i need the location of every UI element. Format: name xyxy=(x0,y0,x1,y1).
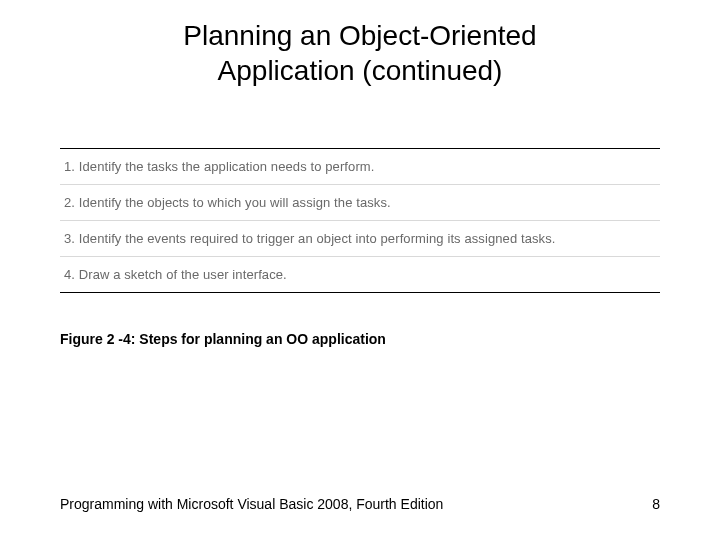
page-number: 8 xyxy=(652,496,660,512)
list-item: 1. Identify the tasks the application ne… xyxy=(60,149,660,185)
slide-title: Planning an Object-Oriented Application … xyxy=(0,0,720,88)
slide-footer: Programming with Microsoft Visual Basic … xyxy=(60,496,660,512)
list-item: 3. Identify the events required to trigg… xyxy=(60,221,660,257)
list-item: 2. Identify the objects to which you wil… xyxy=(60,185,660,221)
list-item: 4. Draw a sketch of the user interface. xyxy=(60,257,660,293)
footer-text: Programming with Microsoft Visual Basic … xyxy=(60,496,443,512)
title-line-1: Planning an Object-Oriented xyxy=(183,20,536,51)
steps-list: 1. Identify the tasks the application ne… xyxy=(60,148,660,293)
figure-box: 1. Identify the tasks the application ne… xyxy=(60,148,660,293)
figure-caption: Figure 2 -4: Steps for planning an OO ap… xyxy=(60,331,720,347)
title-line-2: Application (continued) xyxy=(218,55,503,86)
